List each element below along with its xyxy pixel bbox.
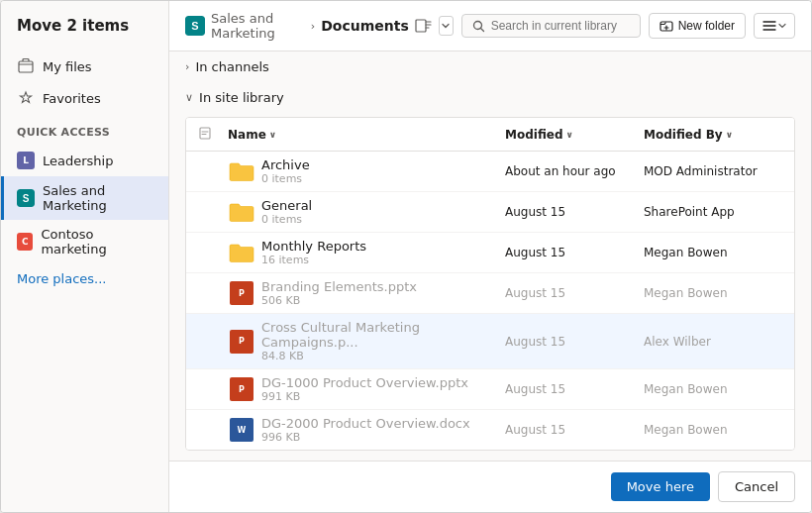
name-column-header[interactable]: Name ∨ bbox=[228, 128, 505, 142]
modified-cell: August 15 bbox=[505, 205, 644, 219]
modified-cell: August 15 bbox=[505, 423, 644, 437]
modified-by-cell: Megan Bowen bbox=[644, 286, 782, 300]
modified-cell: August 15 bbox=[505, 335, 644, 349]
select-all-col bbox=[198, 126, 228, 143]
table-body: Archive 0 items About an hour ago MOD Ad… bbox=[186, 152, 794, 450]
pptx-icon: P bbox=[228, 279, 255, 307]
my-files-item[interactable]: My files bbox=[1, 51, 168, 82]
table-row[interactable]: General 0 items August 15 SharePoint App bbox=[186, 192, 794, 233]
table-row[interactable]: P DG-1000 Product Overview.pptx 991 KB A… bbox=[186, 369, 794, 410]
modified-sort-icon: ∨ bbox=[566, 130, 573, 140]
in-site-library-label: In site library bbox=[199, 90, 284, 105]
file-name: Monthly Reports bbox=[261, 239, 505, 254]
move-here-button[interactable]: Move here bbox=[611, 472, 710, 501]
file-info: DG-1000 Product Overview.pptx 991 KB bbox=[255, 375, 505, 403]
folder-icon bbox=[228, 239, 255, 266]
file-name: DG-2000 Product Overview.docx bbox=[261, 416, 505, 431]
files-icon bbox=[17, 57, 35, 75]
sidebar-item-sales-marketing[interactable]: S Sales and Marketing bbox=[1, 176, 168, 220]
file-name: General bbox=[261, 198, 505, 213]
file-meta: 506 KB bbox=[261, 294, 505, 307]
right-panel: S Sales and Marketing › Documents bbox=[169, 1, 811, 512]
menu-button[interactable] bbox=[754, 13, 795, 39]
modified-by-cell: Alex Wilber bbox=[644, 335, 782, 349]
svg-rect-5 bbox=[416, 20, 426, 32]
sidebar-item-leadership[interactable]: L Leadership bbox=[1, 145, 168, 176]
favorites-label: Favorites bbox=[43, 91, 101, 106]
file-name: Branding Elements.pptx bbox=[261, 279, 505, 294]
new-folder-icon bbox=[660, 19, 673, 33]
file-info: Archive 0 items bbox=[255, 157, 505, 185]
table-row[interactable]: P Branding Elements.pptx 506 KB August 1… bbox=[186, 273, 794, 314]
new-folder-button[interactable]: New folder bbox=[649, 13, 746, 39]
file-info: Branding Elements.pptx 506 KB bbox=[255, 279, 505, 307]
file-meta: 84.8 KB bbox=[261, 350, 505, 362]
breadcrumb-current: Documents bbox=[321, 18, 409, 34]
modified-by-cell: Megan Bowen bbox=[644, 423, 782, 437]
name-sort-icon: ∨ bbox=[269, 130, 276, 140]
modified-cell: August 15 bbox=[505, 246, 644, 259]
modified-cell: About an hour ago bbox=[505, 164, 644, 178]
left-panel: Move 2 items My files Favorites Quick ac… bbox=[1, 1, 169, 512]
table-row[interactable]: W DG-2000 Product Overview.docx 996 KB A… bbox=[186, 410, 794, 450]
file-meta: 0 items bbox=[261, 213, 505, 226]
cancel-button[interactable]: Cancel bbox=[718, 471, 795, 502]
favorites-item[interactable]: Favorites bbox=[1, 82, 168, 114]
file-name: Archive bbox=[261, 157, 505, 172]
search-box[interactable] bbox=[461, 14, 641, 38]
modified-cell: August 15 bbox=[505, 286, 644, 300]
breadcrumb-site: Sales and Marketing bbox=[211, 11, 305, 41]
menu-chevron-icon bbox=[778, 22, 786, 30]
table-header: Name ∨ Modified ∨ Modified By ∨ bbox=[186, 118, 794, 152]
star-icon bbox=[17, 89, 35, 107]
docx-icon: W bbox=[228, 416, 255, 444]
sales-label: Sales and Marketing bbox=[43, 183, 152, 213]
modified-by-cell: Megan Bowen bbox=[644, 246, 782, 259]
pptx-icon: P bbox=[228, 375, 255, 403]
file-meta: 991 KB bbox=[261, 390, 505, 403]
new-folder-label: New folder bbox=[678, 19, 735, 33]
move-dialog: Move 2 items My files Favorites Quick ac… bbox=[0, 0, 812, 513]
modified-cell: August 15 bbox=[505, 382, 644, 396]
contoso-label: Contoso marketing bbox=[41, 227, 152, 256]
modified-column-header[interactable]: Modified ∨ bbox=[505, 128, 644, 142]
svg-text:S: S bbox=[23, 193, 30, 204]
in-site-library-section[interactable]: ∨ In site library bbox=[169, 82, 811, 113]
folder-icon bbox=[228, 157, 255, 185]
quick-access-label: Quick access bbox=[1, 114, 168, 145]
site-library-chevron-icon: ∨ bbox=[185, 91, 193, 104]
modified-by-cell: SharePoint App bbox=[644, 205, 782, 219]
file-table: Name ∨ Modified ∨ Modified By ∨ bbox=[185, 117, 795, 451]
sales-icon: S bbox=[17, 189, 35, 207]
header: S Sales and Marketing › Documents bbox=[169, 1, 811, 51]
in-channels-label: In channels bbox=[195, 59, 268, 74]
file-info: Monthly Reports 16 items bbox=[255, 239, 505, 266]
table-row[interactable]: Monthly Reports 16 items August 15 Megan… bbox=[186, 233, 794, 273]
file-info: DG-2000 Product Overview.docx 996 KB bbox=[255, 416, 505, 444]
modified-by-cell: Megan Bowen bbox=[644, 382, 782, 396]
file-info: General 0 items bbox=[255, 198, 505, 226]
breadcrumb-site-icon: S bbox=[185, 16, 205, 36]
library-icon bbox=[415, 15, 433, 37]
in-channels-section[interactable]: › In channels bbox=[169, 51, 811, 82]
sidebar-item-contoso[interactable]: C Contoso marketing bbox=[1, 220, 168, 263]
leadership-icon: L bbox=[17, 152, 35, 169]
svg-rect-0 bbox=[19, 61, 33, 72]
breadcrumb-dropdown[interactable] bbox=[439, 16, 454, 36]
search-input[interactable] bbox=[491, 19, 630, 33]
table-row[interactable]: Archive 0 items About an hour ago MOD Ad… bbox=[186, 152, 794, 192]
file-name: DG-1000 Product Overview.pptx bbox=[261, 375, 505, 390]
folder-icon bbox=[228, 198, 255, 226]
search-icon bbox=[472, 20, 485, 33]
pptx-icon: P bbox=[228, 328, 255, 356]
modified-by-column-header[interactable]: Modified By ∨ bbox=[644, 128, 782, 142]
bottom-bar: Move here Cancel bbox=[169, 461, 811, 512]
breadcrumb-chevron-icon: › bbox=[311, 20, 315, 33]
file-info: Cross Cultural Marketing Campaigns.p... … bbox=[255, 320, 505, 362]
dialog-title: Move 2 items bbox=[1, 13, 168, 51]
content-area: › In channels ∨ In site library bbox=[169, 51, 811, 461]
table-row[interactable]: P Cross Cultural Marketing Campaigns.p..… bbox=[186, 314, 794, 369]
file-meta: 16 items bbox=[261, 254, 505, 266]
more-places-link[interactable]: More places... bbox=[1, 263, 168, 294]
modified-by-sort-icon: ∨ bbox=[726, 130, 733, 140]
